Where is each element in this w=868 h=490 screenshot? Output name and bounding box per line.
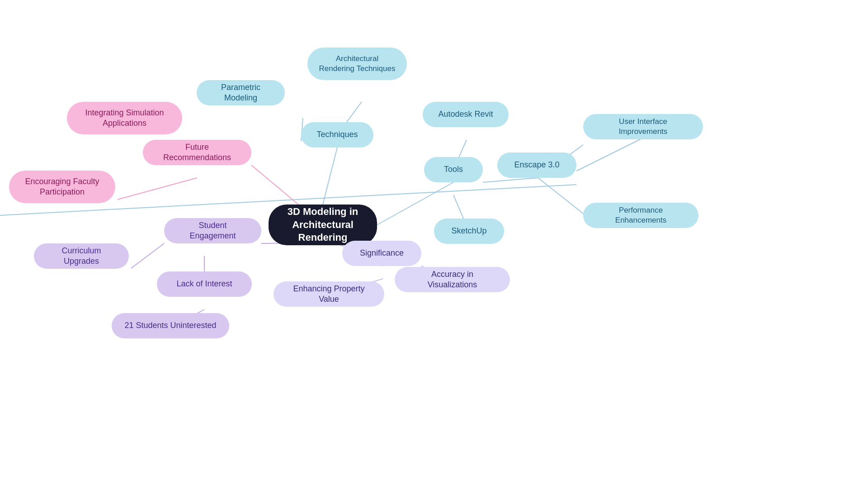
parametric-modeling-label: Parametric Modeling <box>208 82 274 104</box>
node-sketchup: SketchUp <box>434 219 504 244</box>
autodesk-revit-label: Autodesk Revit <box>438 109 493 119</box>
21-students-label: 21 Students Uninterested <box>124 320 216 331</box>
enhancing-property-label: Enhancing Property Value <box>284 284 373 305</box>
svg-line-13 <box>131 243 164 268</box>
center-node: 3D Modeling in Architectural Rendering <box>269 205 377 245</box>
enscape-label: Enscape 3.0 <box>514 160 559 170</box>
node-student-engagement: Student Engagement <box>164 218 261 243</box>
node-performance-enhancements: Performance Enhancements <box>583 203 698 228</box>
node-21-students: 21 Students Uninterested <box>112 313 229 338</box>
svg-line-0 <box>323 147 337 205</box>
mindmap-canvas <box>0 0 868 490</box>
encouraging-faculty-label: Encouraging Faculty Participation <box>20 176 104 198</box>
node-parametric-modeling: Parametric Modeling <box>197 80 285 105</box>
node-tools: Tools <box>424 157 483 182</box>
svg-line-11 <box>118 178 197 200</box>
student-engagement-label: Student Engagement <box>175 220 250 242</box>
node-curriculum-upgrades: Curriculum Upgrades <box>34 243 129 269</box>
ui-improvements-label: User Interface Improvements <box>594 117 692 137</box>
svg-line-7 <box>576 138 642 171</box>
svg-line-5 <box>483 178 538 182</box>
techniques-label: Techniques <box>316 129 358 140</box>
significance-label: Significance <box>360 248 404 258</box>
node-enhancing-property: Enhancing Property Value <box>274 281 384 307</box>
integrating-simulation-label: Integrating Simulation Applications <box>78 108 171 129</box>
node-accuracy-visualizations: Accuracy in Visualizations <box>395 267 510 292</box>
accuracy-visualizations-label: Accuracy in Visualizations <box>406 269 499 290</box>
node-autodesk-revit: Autodesk Revit <box>423 102 509 127</box>
performance-enhancements-label: Performance Enhancements <box>594 205 688 225</box>
node-ui-improvements: User Interface Improvements <box>583 114 703 139</box>
lack-of-interest-label: Lack of Interest <box>176 279 232 289</box>
center-label: 3D Modeling in Architectural Rendering <box>279 205 366 244</box>
tools-label: Tools <box>444 164 463 175</box>
node-integrating-simulation: Integrating Simulation Applications <box>67 102 182 134</box>
svg-line-20 <box>538 178 585 215</box>
node-techniques: Techniques <box>301 122 373 147</box>
node-enscape: Enscape 3.0 <box>497 152 576 178</box>
node-significance: Significance <box>342 241 421 266</box>
node-future-recommendations: Future Recommendations <box>143 140 251 165</box>
curriculum-upgrades-label: Curriculum Upgrades <box>45 246 118 267</box>
node-encouraging-faculty: Encouraging Faculty Participation <box>9 171 115 203</box>
architectural-rendering-label: Architectural Rendering Techniques <box>318 54 396 74</box>
svg-line-3 <box>377 182 453 225</box>
sketchup-label: SketchUp <box>451 226 486 236</box>
node-lack-of-interest: Lack of Interest <box>157 271 252 297</box>
future-recommendations-label: Future Recommendations <box>154 142 241 163</box>
node-architectural-rendering: Architectural Rendering Techniques <box>307 48 407 80</box>
